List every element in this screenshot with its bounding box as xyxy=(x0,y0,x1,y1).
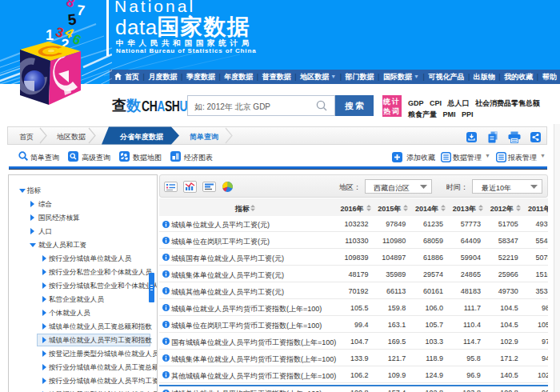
svg-text:7: 7 xyxy=(76,2,86,19)
svg-text:8: 8 xyxy=(65,0,77,10)
svg-text:1: 1 xyxy=(46,27,54,43)
